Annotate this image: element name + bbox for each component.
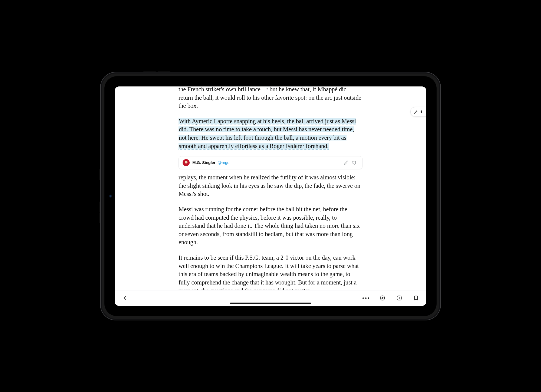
highlight-count: 1 xyxy=(420,109,423,114)
bookmark-icon xyxy=(413,295,419,301)
more-icon xyxy=(362,297,369,299)
annotation-edit-button[interactable] xyxy=(342,159,350,167)
paragraph: Messi was running for the corner before … xyxy=(179,205,362,247)
annotation-card[interactable]: M.G. Siegler @mgs xyxy=(179,156,362,169)
highlight-count-pill[interactable]: 1 xyxy=(410,107,426,117)
avatar xyxy=(183,159,190,166)
svg-point-0 xyxy=(380,296,385,300)
front-camera xyxy=(110,195,111,197)
more-button[interactable] xyxy=(362,294,370,302)
ipad-bezel: 1 back-heel that wrong-footed City's def… xyxy=(104,76,437,316)
paragraph: It remains to be seen if this P.S.G. tea… xyxy=(179,254,362,290)
paragraph: replays, the moment when he realized the… xyxy=(179,173,362,198)
app-screen: 1 back-heel that wrong-footed City's def… xyxy=(115,86,426,306)
pen-icon xyxy=(344,160,349,165)
compass-icon xyxy=(380,295,385,301)
add-button[interactable] xyxy=(395,294,403,302)
article-body: back-heel that wrong-footed City's defen… xyxy=(179,86,362,290)
heart-icon xyxy=(352,160,357,165)
multitasking-dots-icon[interactable] xyxy=(267,88,275,89)
ipad-frame: 1 back-heel that wrong-footed City's def… xyxy=(100,72,441,320)
annotation-author-name: M.G. Siegler xyxy=(192,160,216,165)
svg-marker-1 xyxy=(382,297,383,299)
home-indicator[interactable] xyxy=(230,303,311,304)
back-button[interactable] xyxy=(121,294,129,302)
plus-square-icon xyxy=(396,295,402,301)
paragraph: back-heel that wrong-footed City's defen… xyxy=(179,86,362,110)
annotation-like-button[interactable] xyxy=(350,159,358,167)
highlighter-icon xyxy=(414,110,418,114)
article-viewport: back-heel that wrong-footed City's defen… xyxy=(115,86,426,290)
bookmark-button[interactable] xyxy=(412,294,420,302)
chevron-left-icon xyxy=(122,295,128,301)
paragraph-highlighted[interactable]: With Aymeric Laporte snapping at his hee… xyxy=(179,117,362,150)
annotation-author-handle: @mgs xyxy=(218,160,229,165)
explore-button[interactable] xyxy=(379,294,386,302)
